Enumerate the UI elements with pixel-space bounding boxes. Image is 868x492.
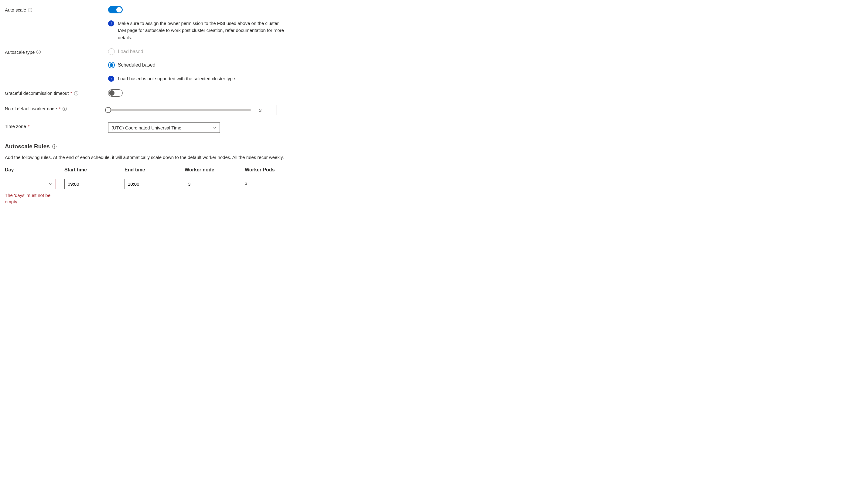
worker-node-value[interactable]: 3 — [256, 105, 277, 115]
radio-scheduled-label: Scheduled based — [118, 62, 156, 68]
col-start: Start time — [64, 167, 116, 173]
autoscale-type-radio-group: Load based Scheduled based i Load based … — [108, 48, 863, 82]
autoscale-rules-table: Day Start time End time Worker node Work… — [5, 167, 863, 205]
time-zone-label: Time zone — [5, 124, 26, 129]
chevron-down-icon — [213, 126, 216, 129]
auto-scale-toggle[interactable] — [108, 6, 123, 14]
info-icon[interactable]: i — [62, 107, 67, 111]
table-row: The 'days' must not be empty. 3 — [5, 179, 863, 205]
graceful-decommission-label: Graceful decommission timeout — [5, 91, 69, 96]
info-icon[interactable]: i — [74, 91, 78, 95]
col-worker: Worker node — [185, 167, 236, 173]
info-badge-icon: i — [108, 20, 114, 26]
autoscale-type-note: i Load based is not supported with the s… — [108, 75, 284, 82]
radio-load-label: Load based — [118, 49, 143, 54]
worker-node-slider[interactable] — [108, 109, 251, 111]
slider-handle[interactable] — [105, 107, 111, 113]
radio-scheduled-based[interactable]: Scheduled based — [108, 62, 863, 68]
end-time-input[interactable] — [125, 179, 176, 189]
radio-load-based: Load based — [108, 48, 863, 55]
day-error-msg: The 'days' must not be empty. — [5, 192, 53, 205]
graceful-decommission-toggle[interactable] — [108, 89, 123, 97]
col-end: End time — [125, 167, 176, 173]
day-select[interactable] — [5, 179, 56, 189]
col-pods: Worker Pods — [245, 167, 293, 173]
worker-pods-value: 3 — [245, 179, 293, 186]
info-icon[interactable]: i — [28, 8, 32, 12]
auto-scale-info-msg: i Make sure to assign the owner permissi… — [108, 20, 284, 41]
time-zone-select[interactable]: (UTC) Coordinated Universal Time — [108, 122, 220, 133]
info-icon[interactable]: i — [36, 50, 41, 54]
chevron-down-icon — [49, 182, 53, 186]
worker-node-input[interactable] — [185, 179, 236, 189]
info-badge-icon: i — [108, 76, 114, 82]
start-time-input[interactable] — [64, 179, 116, 189]
autoscale-type-note-text: Load based is not supported with the sel… — [118, 75, 236, 82]
default-worker-node-label: No of default worker node — [5, 106, 57, 111]
auto-scale-info-text: Make sure to assign the owner permission… — [118, 20, 284, 41]
autoscale-rules-heading: Autoscale Rules i — [5, 143, 863, 150]
time-zone-value: (UTC) Coordinated Universal Time — [111, 125, 181, 130]
col-day: Day — [5, 167, 56, 173]
autoscale-rules-description: Add the following rules. At the end of e… — [5, 154, 284, 161]
info-icon[interactable]: i — [52, 144, 56, 149]
auto-scale-label: Auto scale — [5, 7, 26, 13]
autoscale-type-label: Autoscale type — [5, 50, 35, 55]
